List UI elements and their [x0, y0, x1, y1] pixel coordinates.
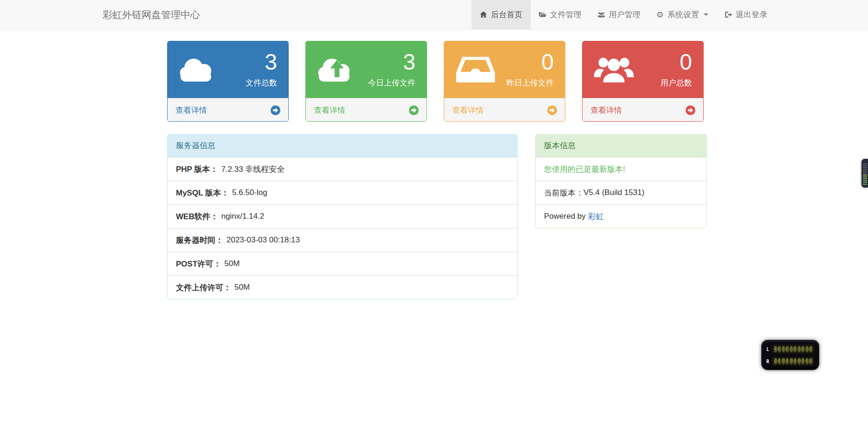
version-current-row: 当前版本： V5.4 (Build 1531) — [536, 181, 706, 204]
led-segment — [774, 358, 777, 364]
nav-item-users[interactable]: 用户管理 — [589, 0, 648, 29]
led-segment — [805, 358, 809, 364]
led-segment — [801, 358, 805, 364]
cloud-icon — [177, 54, 221, 85]
volume-meter-left-channel: L — [766, 344, 814, 354]
view-details-label: 查看详情 — [314, 105, 345, 116]
right-channel-label: R — [766, 359, 772, 364]
version-info-panel: 版本信息 您使用的已是最新版本! 当前版本： V5.4 (Build 1531)… — [535, 134, 707, 228]
version-info-title: 版本信息 — [536, 135, 706, 157]
server-info-row-upload: 文件上传许可： 50M — [168, 275, 517, 299]
stat-value: 3 — [403, 51, 415, 73]
nav-item-label: 用户管理 — [609, 9, 641, 20]
row-label: WEB软件： — [176, 211, 218, 222]
led-segment — [785, 346, 789, 352]
view-details-link[interactable]: 查看详情 — [306, 98, 427, 122]
version-latest-row: 您使用的已是最新版本! — [536, 157, 706, 181]
row-value: 7.2.33 非线程安全 — [221, 164, 285, 175]
server-info-row-mysql: MySQL 版本： 5.6.50-log — [168, 181, 517, 204]
nav-item-label: 系统设置 — [667, 9, 699, 20]
navbar-container: 彩虹外链网盘管理中心 后台首页 文件管理 用户管理 ⚙ — [103, 0, 775, 29]
inbox-icon — [453, 54, 498, 85]
nav-item-logout[interactable]: 退出登录 — [716, 0, 775, 29]
volume-meter-widget[interactable]: L R — [761, 340, 819, 370]
nav-item-label: 文件管理 — [550, 9, 582, 20]
row-value: nginx/1.14.2 — [221, 212, 265, 221]
powered-by-link[interactable]: 彩虹 — [588, 211, 604, 222]
led-segment — [782, 346, 785, 352]
view-details-link[interactable]: 查看详情 — [168, 98, 288, 122]
stat-label: 昨日上传文件 — [506, 78, 554, 88]
view-details-label: 查看详情 — [452, 105, 484, 116]
stat-label: 今日上传文件 — [368, 78, 415, 88]
led-segment — [801, 346, 805, 352]
row-value: 5.6.50-log — [232, 188, 267, 197]
row-label: 当前版本： — [544, 188, 583, 198]
powered-by-row: Powered by 彩虹 — [536, 204, 706, 228]
row-value: 50M — [224, 259, 240, 268]
folder-open-icon — [538, 11, 546, 19]
right-led-strip — [772, 357, 814, 366]
row-label: 服务器时间： — [176, 235, 223, 246]
latest-version-message: 您使用的已是最新版本! — [544, 164, 625, 175]
nav-item-settings[interactable]: ⚙ 系统设置 — [648, 0, 716, 29]
gear-icon: ⚙ — [656, 11, 664, 19]
arrow-circle-right-icon — [271, 105, 280, 115]
row-label: POST许可： — [176, 259, 221, 269]
stat-card-today-uploads: 3 今日上传文件 查看详情 — [305, 41, 427, 122]
server-info-row-post: POST许可： 50M — [168, 252, 517, 275]
led-segment — [793, 358, 797, 364]
server-info-panel: 服务器信息 PHP 版本： 7.2.33 非线程安全 MySQL 版本： 5.6… — [167, 134, 518, 299]
row-label: MySQL 版本： — [176, 188, 229, 198]
led-segment — [777, 346, 781, 352]
stat-label: 文件总数 — [246, 78, 277, 88]
stat-card-head: 0 用户总数 — [583, 41, 703, 98]
led-segment — [782, 358, 785, 364]
arrow-circle-right-icon — [409, 105, 419, 115]
stat-card-head: 3 今日上传文件 — [306, 41, 427, 98]
nav-item-label: 退出登录 — [736, 9, 767, 20]
led-segment — [774, 346, 777, 352]
led-segment — [809, 346, 813, 352]
sign-out-icon — [724, 11, 732, 19]
led-segment — [790, 346, 793, 352]
arrow-circle-right-icon — [547, 105, 557, 115]
server-info-title: 服务器信息 — [168, 135, 517, 157]
led-segment — [805, 346, 809, 352]
caret-down-icon — [704, 13, 708, 16]
view-details-link[interactable]: 查看详情 — [444, 98, 565, 122]
left-channel-label: L — [766, 347, 772, 352]
view-details-label: 查看详情 — [175, 105, 207, 116]
nav-item-files[interactable]: 文件管理 — [531, 0, 589, 29]
row-value: 2023-03-03 00:18:13 — [227, 235, 300, 245]
edge-meter-gray-segments — [863, 163, 867, 175]
led-segment — [777, 358, 781, 364]
brand-title: 彩虹外链网盘管理中心 — [103, 8, 200, 21]
powered-by-text: Powered by — [544, 212, 586, 221]
left-led-strip — [772, 345, 814, 354]
stat-card-total-files: 3 文件总数 查看详情 — [167, 41, 289, 122]
server-info-row-web: WEB软件： nginx/1.14.2 — [168, 204, 517, 228]
stat-value: 0 — [680, 51, 692, 73]
stat-value: 3 — [265, 51, 277, 73]
stat-card-yesterday-uploads: 0 昨日上传文件 查看详情 — [444, 41, 565, 122]
led-segment — [790, 358, 793, 364]
row-value: V5.4 (Build 1531) — [583, 188, 644, 197]
view-details-link[interactable]: 查看详情 — [583, 98, 703, 122]
row-label: PHP 版本： — [176, 164, 218, 175]
edge-meter-green-segments — [863, 175, 867, 186]
volume-meter-right-channel: R — [766, 356, 814, 366]
stat-card-head: 0 昨日上传文件 — [444, 41, 565, 98]
nav-item-label: 后台首页 — [491, 9, 523, 20]
users-icon — [597, 11, 605, 19]
row-label: 文件上传许可： — [176, 282, 231, 293]
edge-volume-meter[interactable] — [862, 159, 868, 188]
stat-value: 0 — [541, 51, 554, 73]
top-navbar: 彩虹外链网盘管理中心 后台首页 文件管理 用户管理 ⚙ — [0, 0, 868, 30]
led-segment — [785, 358, 789, 364]
stat-card-head: 3 文件总数 — [168, 41, 288, 98]
arrow-circle-right-icon — [686, 105, 695, 115]
nav-item-dashboard[interactable]: 后台首页 — [472, 0, 531, 29]
server-info-row-php: PHP 版本： 7.2.33 非线程安全 — [168, 157, 517, 181]
stat-card-total-users: 0 用户总数 查看详情 — [582, 41, 704, 122]
